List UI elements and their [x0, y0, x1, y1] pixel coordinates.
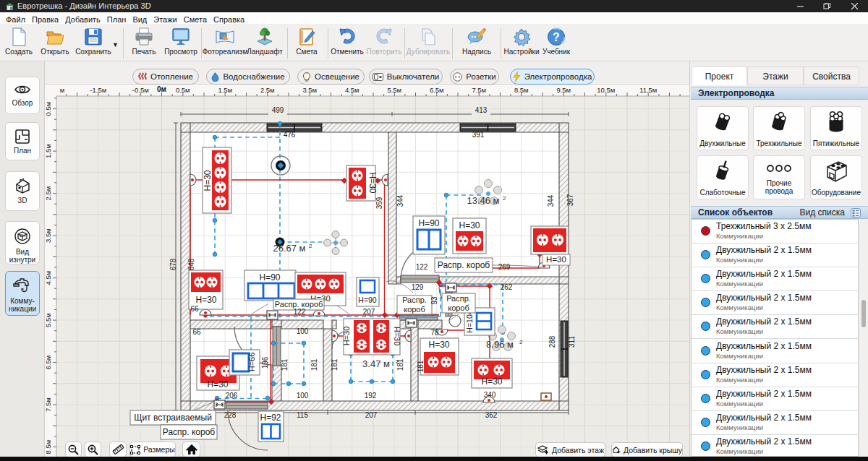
svg-text:648: 648: [187, 258, 195, 270]
svg-text:DH: DH: [20, 233, 26, 238]
svg-text:192: 192: [365, 392, 377, 400]
svg-text:короб: короб: [404, 305, 425, 314]
svg-text:10.5м: 10.5м: [597, 86, 615, 94]
svg-text:Н=30: Н=30: [203, 170, 213, 191]
svg-text:362: 362: [485, 411, 498, 419]
svg-text:207: 207: [363, 308, 375, 316]
svg-text:78: 78: [430, 329, 439, 337]
svg-text:9.5м: 9.5м: [556, 86, 571, 94]
svg-text:66: 66: [190, 305, 199, 313]
svg-text:2: 2: [519, 339, 523, 345]
svg-text:678: 678: [169, 258, 177, 270]
svg-text:122: 122: [294, 308, 306, 316]
svg-text:413: 413: [475, 106, 488, 114]
svg-text:8.5м: 8.5м: [45, 440, 52, 454]
svg-text:207: 207: [365, 411, 378, 419]
svg-text:Распр. короб: Распр. короб: [163, 427, 216, 437]
svg-text:2: 2: [396, 358, 399, 365]
svg-text:короб: короб: [448, 303, 469, 312]
svg-text:5.5м: 5.5м: [45, 313, 52, 327]
svg-text:5.5м: 5.5м: [387, 86, 401, 94]
svg-text:262: 262: [501, 283, 513, 291]
svg-text:0.5м: 0.5м: [45, 102, 52, 116]
svg-text:Распр.: Распр.: [446, 294, 471, 303]
svg-text:Распр. короб: Распр. короб: [438, 260, 490, 270]
svg-text:Н=30: Н=30: [481, 376, 502, 387]
svg-text:499: 499: [272, 106, 284, 114]
svg-text:2.5м: 2.5м: [260, 86, 275, 94]
svg-text:Н=30: Н=30: [207, 379, 228, 389]
svg-text:-1.5м: -1.5м: [90, 86, 106, 94]
svg-text:1.5м: 1.5м: [45, 144, 52, 158]
svg-text:Н=104: Н=104: [465, 310, 474, 332]
svg-text:311: 311: [568, 336, 576, 348]
svg-text:2: 2: [309, 243, 312, 249]
svg-text:181: 181: [331, 358, 339, 371]
svg-text:181: 181: [281, 358, 289, 371]
svg-text:288: 288: [548, 335, 556, 348]
svg-text:206: 206: [226, 392, 238, 400]
svg-text:181: 181: [417, 360, 425, 372]
svg-text:0.5м: 0.5м: [176, 86, 190, 94]
svg-text:344: 344: [547, 194, 555, 207]
svg-text:2: 2: [503, 195, 506, 202]
svg-text:4.5м: 4.5м: [45, 271, 52, 285]
svg-text:100: 100: [297, 392, 309, 400]
svg-text:Н=30: Н=30: [428, 340, 449, 350]
svg-text:93: 93: [430, 296, 438, 305]
svg-text:Распр.: Распр.: [402, 296, 427, 304]
svg-text:Н=30: Н=30: [195, 295, 216, 305]
svg-text:Н=90: Н=90: [418, 218, 439, 228]
svg-text:м: м: [60, 86, 65, 94]
svg-text:269: 269: [498, 263, 511, 271]
svg-text:6.5м: 6.5м: [45, 356, 52, 370]
svg-text:1.5м: 1.5м: [218, 86, 232, 94]
svg-text:Н=92: Н=92: [260, 413, 281, 423]
svg-text:344: 344: [396, 194, 404, 207]
svg-text:100: 100: [297, 327, 309, 335]
svg-text:115: 115: [297, 411, 308, 419]
svg-text:8.5м: 8.5м: [514, 86, 529, 94]
svg-text:6.5м: 6.5м: [430, 86, 444, 94]
svg-text:26.67 м: 26.67 м: [273, 243, 305, 254]
svg-text:3.47 м: 3.47 м: [362, 358, 390, 369]
svg-text:Н=30: Н=30: [546, 255, 566, 264]
svg-text:181: 181: [310, 358, 318, 371]
svg-text:2.5м: 2.5м: [45, 186, 52, 201]
svg-text:?: ?: [553, 31, 560, 43]
svg-text:Щит встраиваемый: Щит встраиваемый: [134, 413, 212, 423]
svg-text:129: 129: [412, 283, 424, 291]
svg-text:359: 359: [375, 197, 383, 209]
svg-text:13.46 м: 13.46 м: [467, 195, 499, 206]
svg-text:0м: 0м: [157, 85, 166, 93]
svg-text:Н=66: Н=66: [247, 353, 256, 372]
svg-text:196: 196: [261, 356, 269, 369]
svg-text:7.5м: 7.5м: [472, 86, 486, 94]
svg-text:3.5м: 3.5м: [45, 228, 52, 243]
svg-text:476: 476: [284, 131, 296, 139]
svg-text:11.5м: 11.5м: [639, 86, 657, 94]
svg-text:3.5м: 3.5м: [302, 86, 317, 94]
svg-text:228: 228: [224, 411, 237, 419]
svg-text:Н=30: Н=30: [342, 327, 351, 346]
svg-text:Н=30: Н=30: [459, 220, 480, 231]
svg-text:4.5м: 4.5м: [345, 86, 359, 94]
svg-text:122: 122: [416, 263, 428, 271]
svg-text:340: 340: [484, 391, 496, 399]
svg-text:8.96 м: 8.96 м: [486, 339, 514, 350]
svg-text:Н=90: Н=90: [259, 272, 280, 283]
svg-text:Н=30: Н=30: [367, 172, 378, 193]
svg-text:-0.5м: -0.5м: [132, 86, 149, 94]
svg-text:391: 391: [472, 131, 485, 139]
svg-text:Н=30: Н=30: [393, 327, 401, 346]
svg-text:367: 367: [566, 194, 574, 206]
svg-text:66: 66: [192, 328, 201, 336]
svg-text:7.5м: 7.5м: [45, 397, 52, 412]
svg-text:Н=90: Н=90: [358, 296, 377, 304]
